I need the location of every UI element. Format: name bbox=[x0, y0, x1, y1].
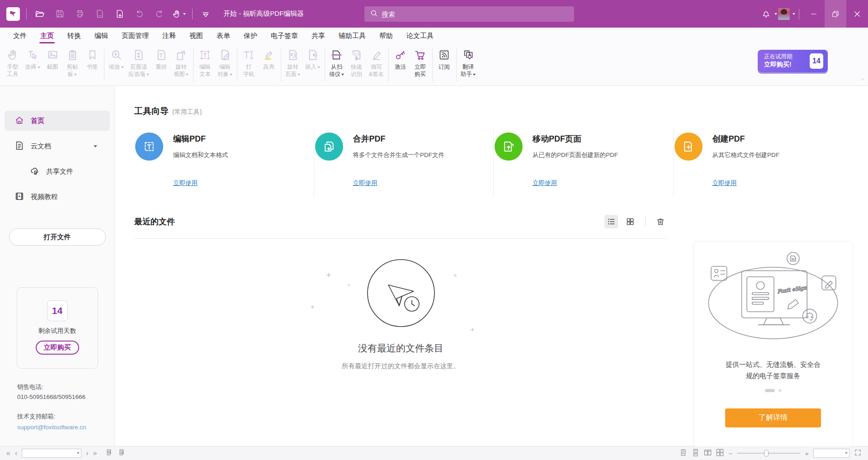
menu-file[interactable]: 文件 bbox=[6, 28, 33, 44]
tool-buy-now[interactable]: 立即 购买 bbox=[410, 47, 430, 78]
tool-rotate-pages[interactable]: 旋转 页面 bbox=[283, 47, 303, 78]
facing-continuous-view-icon[interactable] bbox=[716, 449, 724, 458]
tool-reflow[interactable]: 重排 bbox=[151, 47, 171, 71]
next-view-icon[interactable] bbox=[118, 448, 126, 458]
restore-window-button[interactable] bbox=[825, 0, 846, 28]
card-merge-pdf[interactable]: 合并PDF 将多个文件合并生成一个PDF文件 立即使用 bbox=[314, 128, 494, 197]
previous-view-icon[interactable] bbox=[105, 448, 113, 458]
user-avatar[interactable] bbox=[777, 7, 791, 21]
menu-form[interactable]: 表单 bbox=[210, 28, 237, 44]
page-combo-caret-icon[interactable] bbox=[77, 452, 80, 454]
tool-insert-pages[interactable]: 插入 bbox=[303, 47, 323, 71]
tool-subscribe[interactable]: 订阅 bbox=[434, 47, 454, 71]
undo-button[interactable] bbox=[132, 7, 146, 21]
print-button[interactable] bbox=[73, 7, 86, 21]
sidebar-item-home[interactable]: 首页 bbox=[5, 111, 110, 131]
open-file-button[interactable] bbox=[33, 7, 47, 21]
use-now-link[interactable]: 立即使用 bbox=[353, 179, 445, 187]
menu-page-organize[interactable]: 页面管理 bbox=[115, 28, 156, 44]
tool-from-scanner[interactable]: 从扫 描仪 bbox=[327, 47, 347, 78]
tool-edit-object[interactable]: 编辑 对象 bbox=[215, 47, 235, 78]
menu-protect[interactable]: 保护 bbox=[237, 28, 264, 44]
sidebar-item-shared-files[interactable]: 共享文件 bbox=[5, 161, 110, 181]
learn-more-button[interactable]: 了解详情 bbox=[725, 408, 821, 427]
page-number-combo[interactable] bbox=[22, 449, 81, 458]
zoom-slider[interactable] bbox=[737, 453, 800, 454]
buy-now-button[interactable]: 立即购买 bbox=[36, 341, 79, 355]
close-button[interactable] bbox=[846, 0, 868, 28]
page-number-input[interactable] bbox=[24, 450, 77, 456]
card-move-pdf-pages[interactable]: 移动PDF页面 从已有的PDF页面创建新的PDF 立即使用 bbox=[494, 128, 674, 197]
gesture-tool-button[interactable] bbox=[172, 7, 186, 21]
tool-translate-assistant[interactable]: 翻译 助手 bbox=[458, 47, 478, 78]
next-page-button[interactable]: › bbox=[86, 450, 88, 457]
tool-clipboard[interactable]: 剪贴 板 bbox=[62, 47, 82, 78]
tool-quick-ocr[interactable]: OCR 快速 识别 bbox=[347, 47, 367, 78]
first-page-button[interactable]: « bbox=[6, 450, 10, 457]
tool-fill-sign[interactable]: 填写 &签名 bbox=[367, 47, 387, 78]
menu-esign[interactable]: 电子签章 bbox=[264, 28, 305, 44]
collapse-ribbon-icon[interactable] bbox=[199, 7, 212, 21]
trial-purchase-badge[interactable]: 正在试用期 立即购买! 14 bbox=[758, 50, 828, 72]
menu-accessibility[interactable]: 辅助工具 bbox=[332, 28, 373, 44]
card-create-pdf[interactable]: 创建PDF 从其它格式文件创建PDF 立即使用 bbox=[674, 128, 854, 197]
card-desc: 从已有的PDF页面创建新的PDF bbox=[533, 151, 618, 159]
menu-convert[interactable]: 转换 bbox=[61, 28, 88, 44]
cloud-docs-caret-icon[interactable] bbox=[94, 145, 97, 147]
account-caret-icon[interactable] bbox=[793, 13, 795, 15]
list-view-button[interactable] bbox=[604, 215, 618, 228]
single-page-view-icon[interactable] bbox=[679, 449, 687, 458]
menu-paper-tools[interactable]: 论文工具 bbox=[400, 28, 440, 44]
dropdown-caret-icon bbox=[121, 66, 124, 68]
tool-fit-page[interactable]: 页面适 应选项 bbox=[126, 47, 151, 78]
carousel-dot[interactable] bbox=[778, 389, 782, 392]
search-input[interactable] bbox=[382, 10, 569, 18]
tool-select[interactable]: 选择 bbox=[23, 47, 42, 71]
menu-help[interactable]: 帮助 bbox=[373, 28, 400, 44]
tool-typewriter[interactable]: 打 字机 bbox=[239, 47, 259, 78]
notifications-bell-icon[interactable] bbox=[759, 7, 773, 21]
zoom-slider-thumb[interactable] bbox=[764, 450, 769, 457]
card-edit-pdf[interactable]: 编辑PDF 编辑文档和文本格式 立即使用 bbox=[134, 128, 314, 197]
clear-recent-trash-button[interactable] bbox=[654, 215, 667, 228]
menu-comment[interactable]: 注释 bbox=[156, 28, 183, 44]
search-box[interactable] bbox=[364, 6, 574, 22]
sidebar-item-cloud-docs[interactable]: 云文档 bbox=[5, 136, 110, 156]
previous-page-button[interactable]: ‹ bbox=[15, 450, 17, 457]
continuous-page-view-icon[interactable] bbox=[692, 449, 699, 458]
carousel-dot-active[interactable] bbox=[765, 389, 775, 392]
tool-rotate-view[interactable]: 旋转 视图 bbox=[171, 47, 191, 78]
zoom-combo-caret-icon[interactable] bbox=[845, 452, 848, 454]
use-now-link[interactable]: 立即使用 bbox=[533, 179, 618, 187]
menu-share[interactable]: 共享 bbox=[305, 28, 332, 44]
use-now-link[interactable]: 立即使用 bbox=[173, 179, 228, 187]
support-email-link[interactable]: support@foxitsoftware.cn bbox=[17, 422, 110, 432]
minimize-button[interactable] bbox=[803, 0, 825, 28]
ribbon-scroll-up-icon[interactable] bbox=[860, 76, 865, 84]
tool-hand[interactable]: 手型 工具 bbox=[3, 47, 23, 78]
menu-home[interactable]: 主页 bbox=[33, 28, 61, 44]
redo-button[interactable] bbox=[152, 7, 166, 21]
menu-view[interactable]: 视图 bbox=[183, 28, 210, 44]
open-file-main-button[interactable]: 打开文件 bbox=[9, 228, 106, 246]
tool-zoom[interactable]: 缩放 bbox=[106, 47, 126, 71]
sidebar-item-video-tutorials[interactable]: 视频教程 bbox=[5, 187, 110, 207]
tool-bookmark[interactable]: 书签 bbox=[82, 47, 102, 71]
zoom-level-input[interactable] bbox=[815, 450, 845, 456]
zoom-in-button[interactable]: + bbox=[805, 450, 809, 457]
add-pages-button[interactable] bbox=[113, 7, 126, 21]
zoom-level-combo[interactable] bbox=[813, 449, 849, 458]
menu-edit[interactable]: 编辑 bbox=[88, 28, 115, 44]
zoom-out-button[interactable]: − bbox=[728, 450, 732, 457]
last-page-button[interactable]: » bbox=[93, 450, 97, 457]
grid-view-button[interactable] bbox=[623, 215, 637, 228]
tool-activate[interactable]: 激活 bbox=[391, 47, 410, 71]
facing-page-view-icon[interactable] bbox=[704, 449, 712, 458]
use-now-link[interactable]: 立即使用 bbox=[712, 179, 780, 187]
tool-snapshot[interactable]: 截图 bbox=[42, 47, 62, 71]
tool-highlight[interactable]: 高亮 bbox=[259, 47, 279, 71]
delete-pages-button[interactable] bbox=[93, 7, 106, 21]
save-button[interactable] bbox=[53, 7, 66, 21]
tool-edit-text[interactable]: 编辑 文本 bbox=[195, 47, 215, 78]
full-screen-icon[interactable] bbox=[854, 449, 862, 458]
